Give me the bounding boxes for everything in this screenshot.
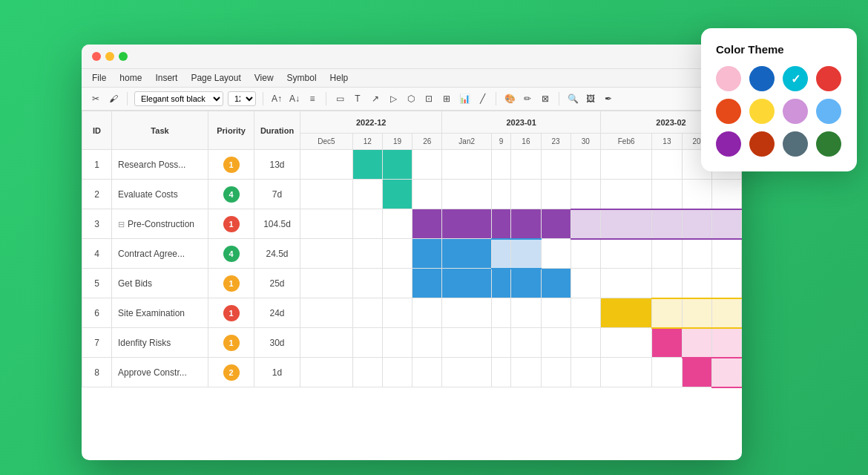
row1-chart-jan16 xyxy=(511,150,541,180)
text-icon[interactable]: T xyxy=(351,92,364,105)
cut-icon[interactable]: ✂ xyxy=(89,92,102,105)
image-icon[interactable]: 🖼 xyxy=(584,92,597,105)
r3-c9 xyxy=(571,209,600,239)
traffic-light-maximize[interactable] xyxy=(119,52,128,61)
r7-c6 xyxy=(491,328,510,358)
color-pink-light[interactable] xyxy=(716,66,741,91)
color-yellow[interactable] xyxy=(749,99,775,124)
frame-icon[interactable]: ⊡ xyxy=(422,92,435,105)
r6-c12 xyxy=(682,298,711,328)
row1-chart-feb6 xyxy=(600,150,651,180)
r8-c6 xyxy=(491,358,510,387)
row5-priority: 1 xyxy=(208,269,254,298)
r6-c1 xyxy=(300,298,353,328)
main-content: ID Task Priority Duration 2022-12 2023-0… xyxy=(82,111,742,458)
border-icon[interactable]: ⊠ xyxy=(539,92,552,105)
rectangle-icon[interactable]: ▭ xyxy=(333,92,346,105)
r8-c12 xyxy=(682,358,711,387)
row2-task: Evaluate Costs xyxy=(112,180,208,209)
r6-c4 xyxy=(412,298,442,328)
day-12: 12 xyxy=(352,134,382,150)
color-blue-dark[interactable] xyxy=(749,66,775,91)
priority-badge: 1 xyxy=(223,335,240,351)
menu-page-layout[interactable]: Page Layout xyxy=(191,73,240,83)
menu-view[interactable]: View xyxy=(254,73,274,83)
align-icon[interactable]: ≡ xyxy=(306,92,319,105)
color-steel-blue[interactable] xyxy=(783,131,808,157)
row4-duration: 24.5d xyxy=(254,239,300,269)
pointer-icon[interactable]: ▷ xyxy=(387,92,400,105)
r4-c6 xyxy=(491,239,510,269)
r5-c13 xyxy=(711,269,741,298)
table-row: 3 ⊟Pre-Construction 1 104.5d xyxy=(82,209,742,239)
color-red[interactable] xyxy=(816,66,841,91)
day-19: 19 xyxy=(382,134,412,150)
row2-priority: 4 xyxy=(208,180,254,209)
color-brown[interactable] xyxy=(749,131,775,157)
traffic-light-close[interactable] xyxy=(92,52,101,61)
r5-c12 xyxy=(682,269,711,298)
color-blue-light[interactable] xyxy=(816,99,841,124)
r3-c6 xyxy=(491,209,510,239)
r8-c2 xyxy=(352,358,382,387)
priority-badge: 2 xyxy=(223,364,240,381)
day-feb6: Feb6 xyxy=(600,134,651,150)
font-select[interactable]: Elegant soft black xyxy=(134,91,223,106)
font-decrease-icon[interactable]: A↓ xyxy=(288,92,301,105)
r4-c5 xyxy=(442,239,492,269)
r4-c4 xyxy=(412,239,442,269)
menu-symbol[interactable]: Symbol xyxy=(287,73,317,83)
search-icon[interactable]: 🔍 xyxy=(566,92,579,105)
color-purple[interactable] xyxy=(716,131,741,157)
r5-c11 xyxy=(652,269,682,298)
app-window: File home Insert Page Layout View Symbol… xyxy=(82,45,742,460)
r6-c6 xyxy=(491,298,510,328)
r5-c10 xyxy=(600,269,651,298)
r3-c5 xyxy=(442,209,492,239)
arrow-icon[interactable]: ↗ xyxy=(369,92,382,105)
r2-c4 xyxy=(412,180,442,209)
gantt-table: ID Task Priority Duration 2022-12 2023-0… xyxy=(82,111,742,388)
r6-c10 xyxy=(600,298,651,328)
pen-color-icon[interactable]: ✏ xyxy=(521,92,534,105)
r2-c10 xyxy=(600,180,651,209)
row1-chart-dec5 xyxy=(300,150,353,180)
menu-file[interactable]: File xyxy=(92,73,106,83)
font-increase-icon[interactable]: A↑ xyxy=(270,92,283,105)
pen-icon[interactable]: ✒ xyxy=(602,92,615,105)
color-orange-red[interactable] xyxy=(716,99,741,124)
format-painter-icon[interactable]: 🖌 xyxy=(107,92,120,105)
row3-priority: 1 xyxy=(208,209,254,239)
r4-c13 xyxy=(711,239,741,269)
toolbar: ✂ 🖌 Elegant soft black 12 A↑ A↓ ≡ ▭ T ↗ … xyxy=(82,88,742,111)
r6-c5 xyxy=(442,298,492,328)
shape-icon[interactable]: ⬡ xyxy=(404,92,418,105)
color-purple-light[interactable] xyxy=(783,99,808,124)
color-green[interactable] xyxy=(816,131,841,157)
r7-c13 xyxy=(711,328,741,358)
row8-task: Approve Constr... xyxy=(112,358,208,387)
r4-c7 xyxy=(511,239,541,269)
title-bar xyxy=(82,45,742,69)
font-size-select[interactable]: 12 xyxy=(228,91,256,106)
r8-c13 xyxy=(711,358,741,387)
r7-c5 xyxy=(442,328,492,358)
color-green-teal[interactable] xyxy=(783,66,808,91)
chart-icon[interactable]: 📊 xyxy=(458,92,471,105)
r7-c7 xyxy=(511,328,541,358)
menu-insert[interactable]: Insert xyxy=(155,73,177,83)
fill-color-icon[interactable]: 🎨 xyxy=(503,92,516,105)
table-row: 4 Contract Agree... 4 24.5d xyxy=(82,239,742,269)
menu-help[interactable]: Help xyxy=(330,73,349,83)
table-icon[interactable]: ⊞ xyxy=(440,92,453,105)
r2-c2 xyxy=(352,180,382,209)
line-icon[interactable]: ╱ xyxy=(476,92,489,105)
menu-home[interactable]: home xyxy=(119,73,142,83)
table-row: 5 Get Bids 1 25d xyxy=(82,269,742,298)
row6-task: Site Examination xyxy=(112,298,208,328)
r5-c3 xyxy=(382,269,412,298)
traffic-light-minimize[interactable] xyxy=(105,52,114,61)
r8-c8 xyxy=(541,358,571,387)
day-26: 26 xyxy=(412,134,442,150)
r3-c12 xyxy=(682,209,711,239)
